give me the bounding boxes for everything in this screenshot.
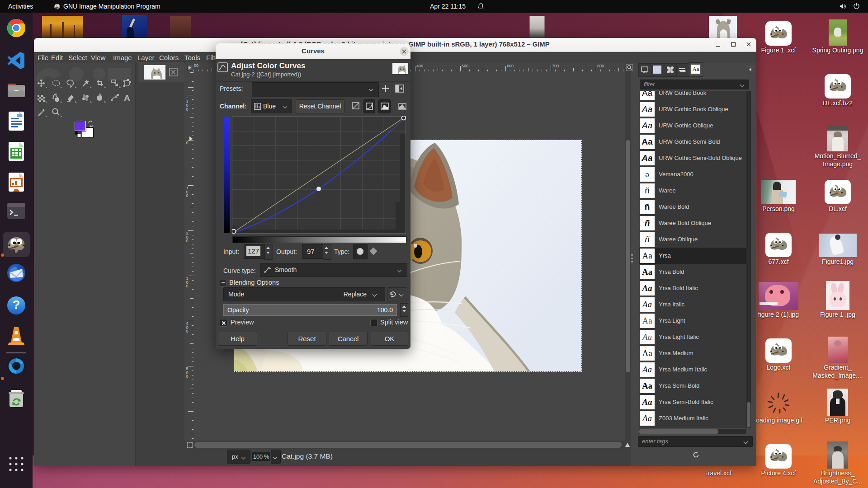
svg-text:?: ? [13,298,20,312]
svg-text:A: A [124,93,130,103]
